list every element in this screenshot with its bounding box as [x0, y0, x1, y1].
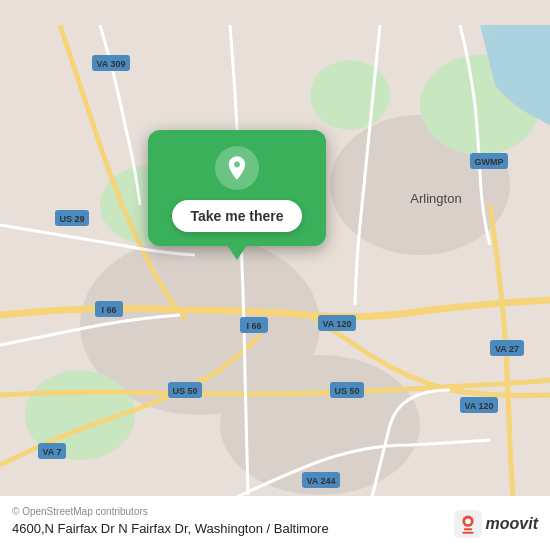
location-icon-circle	[215, 146, 259, 190]
popup-card: Take me there	[148, 130, 326, 246]
svg-text:VA 120: VA 120	[464, 401, 493, 411]
moovit-logo-icon	[454, 510, 482, 538]
svg-text:I 66: I 66	[246, 321, 261, 331]
take-me-there-button[interactable]: Take me there	[172, 200, 301, 232]
svg-text:VA 120: VA 120	[322, 319, 351, 329]
svg-rect-38	[462, 532, 473, 534]
svg-rect-37	[463, 528, 471, 530]
address-line: 4600,N Fairfax Dr N Fairfax Dr, Washingt…	[12, 520, 444, 538]
map-container: VA 309 US 29 I 66 I 66 VA 7 US 50 US 50 …	[0, 0, 550, 550]
bottom-text: © OpenStreetMap contributors 4600,N Fair…	[12, 506, 444, 538]
svg-text:VA 244: VA 244	[306, 476, 335, 486]
svg-text:VA 7: VA 7	[42, 447, 61, 457]
svg-point-36	[465, 518, 471, 524]
svg-point-7	[310, 60, 390, 130]
svg-text:VA 309: VA 309	[96, 59, 125, 69]
svg-text:US 29: US 29	[59, 214, 84, 224]
attribution: © OpenStreetMap contributors	[12, 506, 444, 517]
svg-text:VA 27: VA 27	[495, 344, 519, 354]
svg-text:I 66: I 66	[101, 305, 116, 315]
moovit-text: moovit	[486, 515, 538, 533]
svg-text:US 50: US 50	[172, 386, 197, 396]
moovit-logo: moovit	[454, 510, 538, 538]
svg-text:GWMP: GWMP	[475, 157, 504, 167]
svg-text:US 50: US 50	[334, 386, 359, 396]
bottom-bar: © OpenStreetMap contributors 4600,N Fair…	[0, 496, 550, 550]
svg-text:Arlington: Arlington	[410, 191, 461, 206]
